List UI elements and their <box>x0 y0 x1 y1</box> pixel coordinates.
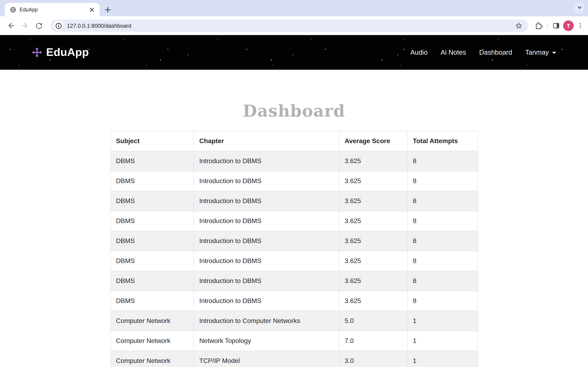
table-row: DBMSIntroduction to DBMS3.6258 <box>111 271 478 291</box>
table-cell: 3.625 <box>339 211 407 231</box>
table-cell: 8 <box>407 191 478 211</box>
avatar[interactable]: T <box>563 20 574 31</box>
scores-table: Subject Chapter Average Score Total Atte… <box>110 131 478 367</box>
table-cell: Introduction to DBMS <box>194 231 339 251</box>
table-row: DBMSIntroduction to DBMS3.6258 <box>111 231 478 251</box>
table-cell: Introduction to DBMS <box>194 291 339 311</box>
table-cell: 3.625 <box>339 191 407 211</box>
table-cell: 3.625 <box>339 251 407 271</box>
table-row: DBMSIntroduction to DBMS3.6258 <box>111 251 478 271</box>
table-cell: Computer Network <box>111 331 194 351</box>
globe-icon <box>10 6 16 13</box>
arrows-move-icon <box>32 47 42 58</box>
table-cell: 8 <box>407 271 478 291</box>
table-cell: 8 <box>407 251 478 271</box>
table-cell: Computer Network <box>111 311 194 331</box>
table-cell: 7.0 <box>339 331 407 351</box>
table-header-row: Subject Chapter Average Score Total Atte… <box>111 131 478 151</box>
toolbar-divider <box>547 22 548 29</box>
brand-link[interactable]: EduApp <box>32 46 89 59</box>
table-cell: DBMS <box>111 231 194 251</box>
table-cell: 3.625 <box>339 291 407 311</box>
table-cell: 3.0 <box>339 351 407 367</box>
tab-title: EduApp <box>20 7 88 12</box>
table-cell: TCP/IP Model <box>194 351 339 367</box>
table-cell: 1 <box>407 351 478 367</box>
extensions-icon[interactable] <box>534 21 543 30</box>
table-cell: Introduction to DBMS <box>194 211 339 231</box>
table-body: DBMSIntroduction to DBMS3.6258DBMSIntrod… <box>111 151 478 367</box>
table-cell: DBMS <box>111 291 194 311</box>
table-row: Computer NetworkTCP/IP Model3.01 <box>111 351 478 367</box>
table-cell: DBMS <box>111 151 194 171</box>
table-cell: 3.625 <box>339 151 407 171</box>
table-cell: 3.625 <box>339 271 407 291</box>
new-tab-icon[interactable] <box>102 4 113 16</box>
tab-strip: EduApp <box>0 0 588 16</box>
column-header-chapter: Chapter <box>194 131 339 151</box>
table-cell: 5.0 <box>339 311 407 331</box>
table-row: DBMSIntroduction to DBMS3.6258 <box>111 171 478 191</box>
column-header-average-score: Average Score <box>339 131 407 151</box>
table-cell: Network Topology <box>194 331 339 351</box>
user-menu-dropdown[interactable]: Tanmay <box>525 49 556 56</box>
table-cell: Introduction to DBMS <box>194 171 339 191</box>
table-cell: 8 <box>407 211 478 231</box>
page-title: Dashboard <box>0 101 588 120</box>
table-cell: DBMS <box>111 171 194 191</box>
table-cell: Computer Network <box>111 351 194 367</box>
nav-link-audio[interactable]: Audio <box>410 49 428 56</box>
nav-link-ai-notes[interactable]: Ai Notes <box>441 49 466 56</box>
table-row: DBMSIntroduction to DBMS3.6258 <box>111 191 478 211</box>
table-row: DBMSIntroduction to DBMS3.6258 <box>111 211 478 231</box>
table-cell: 8 <box>407 291 478 311</box>
brand-text: EduApp <box>46 46 89 59</box>
url-bar[interactable]: 127.0.0.1:8000/dashboard <box>51 20 528 32</box>
star-icon[interactable] <box>515 22 523 30</box>
table-row: DBMSIntroduction to DBMS3.6258 <box>111 291 478 311</box>
table-cell: 3.625 <box>339 171 407 191</box>
reload-icon[interactable] <box>33 20 45 32</box>
column-header-subject: Subject <box>111 131 194 151</box>
url-text[interactable]: 127.0.0.1:8000/dashboard <box>67 23 515 29</box>
forward-icon[interactable] <box>19 20 31 32</box>
table-cell: 1 <box>407 311 478 331</box>
table-cell: 8 <box>407 231 478 251</box>
app-navbar: EduApp Audio Ai Notes Dashboard Tanmay <box>0 35 588 70</box>
nav-links: Audio Ai Notes Dashboard Tanmay <box>404 49 563 56</box>
browser-toolbar: 127.0.0.1:8000/dashboard T <box>0 16 588 35</box>
table-cell: DBMS <box>111 251 194 271</box>
table-cell: DBMS <box>111 191 194 211</box>
table-row: Computer NetworkIntroduction to Computer… <box>111 311 478 331</box>
table-cell: 1 <box>407 331 478 351</box>
table-cell: Introduction to DBMS <box>194 271 339 291</box>
table-cell: 8 <box>407 151 478 171</box>
table-cell: DBMS <box>111 211 194 231</box>
table-row: Computer NetworkNetwork Topology7.01 <box>111 331 478 351</box>
caret-down-icon <box>552 52 556 54</box>
chevron-down-icon[interactable] <box>575 2 584 13</box>
user-menu-label: Tanmay <box>525 49 549 56</box>
table-cell: Introduction to DBMS <box>194 251 339 271</box>
main-content: Dashboard Subject Chapter Average Score … <box>0 101 588 367</box>
table-cell: DBMS <box>111 271 194 291</box>
browser-tab[interactable]: EduApp <box>5 3 100 16</box>
table-cell: Introduction to DBMS <box>194 191 339 211</box>
back-icon[interactable] <box>5 20 17 32</box>
table-cell: 8 <box>407 171 478 191</box>
scores-table-wrap: Subject Chapter Average Score Total Atte… <box>110 131 478 367</box>
table-cell: Introduction to DBMS <box>194 151 339 171</box>
table-cell: Introduction to Computer Networks <box>194 311 339 331</box>
more-menu-icon[interactable] <box>577 22 584 29</box>
side-panel-icon[interactable] <box>552 22 560 30</box>
nav-link-dashboard[interactable]: Dashboard <box>479 49 512 56</box>
browser-window: EduApp <box>0 0 588 367</box>
column-header-total-attempts: Total Attempts <box>407 131 478 151</box>
table-row: DBMSIntroduction to DBMS3.6258 <box>111 151 478 171</box>
table-cell: 3.625 <box>339 231 407 251</box>
toolbar-right-cluster: T <box>534 20 584 31</box>
info-icon[interactable] <box>53 21 63 31</box>
close-icon[interactable] <box>88 6 95 13</box>
